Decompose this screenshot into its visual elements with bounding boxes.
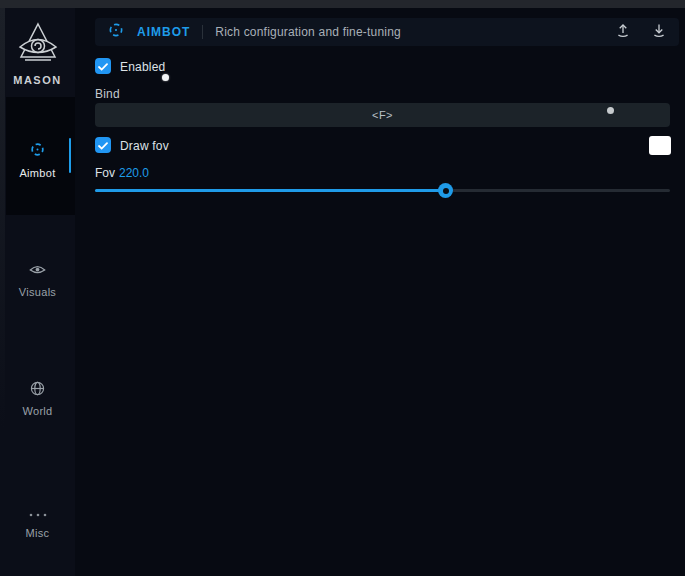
crosshair-icon: [107, 21, 125, 43]
section-subtitle: Rich configuration and fine-tuning: [215, 25, 401, 39]
checkmark-icon: [98, 57, 108, 75]
brand-logo: MASON: [0, 20, 75, 86]
sidebar-item-visuals[interactable]: Visuals: [0, 263, 75, 298]
fov-slider-fill: [95, 189, 445, 192]
ellipsis-icon: [28, 504, 48, 522]
divider: [202, 25, 203, 39]
crosshair-icon: [29, 141, 46, 162]
download-icon: [651, 22, 667, 43]
enabled-checkbox[interactable]: [95, 58, 111, 74]
draw-fov-checkbox[interactable]: [95, 137, 111, 153]
sidebar-item-label: Misc: [26, 527, 50, 539]
fov-slider[interactable]: [95, 182, 670, 198]
section-header: AIMBOT Rich configuration and fine-tunin…: [95, 18, 679, 46]
main-panel: AIMBOT Rich configuration and fine-tunin…: [75, 8, 685, 576]
eye-pyramid-logo-icon: [14, 20, 62, 70]
sidebar-item-aimbot[interactable]: Aimbot: [0, 141, 75, 179]
eye-icon: [29, 263, 46, 281]
bind-input[interactable]: <F>: [95, 103, 670, 127]
checkmark-icon: [98, 136, 108, 154]
sidebar-item-label: Aimbot: [19, 167, 55, 179]
sidebar-item-label: World: [22, 405, 52, 417]
window-title-strip: [0, 0, 685, 8]
fov-label-row: Fov220.0: [95, 166, 149, 180]
sidebar-item-label: Visuals: [19, 286, 56, 298]
fov-slider-thumb[interactable]: [438, 183, 453, 198]
download-config-button[interactable]: [651, 22, 667, 43]
section-title: AIMBOT: [137, 25, 190, 39]
enabled-label: Enabled: [120, 60, 165, 74]
cursor-dot-secondary: [607, 107, 614, 114]
sidebar-item-misc[interactable]: Misc: [0, 504, 75, 539]
draw-fov-label: Draw fov: [120, 139, 169, 153]
cursor-dot: [162, 74, 169, 81]
fov-label: Fov: [95, 166, 115, 180]
upload-config-button[interactable]: [615, 22, 631, 43]
brand-name: MASON: [13, 74, 61, 86]
globe-icon: [30, 381, 45, 400]
bind-value: <F>: [372, 109, 393, 121]
sidebar-item-world[interactable]: World: [0, 381, 75, 417]
fov-color-swatch[interactable]: [649, 136, 671, 155]
sidebar: MASON Aimbot Visuals: [0, 8, 75, 576]
upload-icon: [615, 22, 631, 43]
bind-label: Bind: [95, 87, 120, 101]
fov-value: 220.0: [119, 166, 149, 180]
